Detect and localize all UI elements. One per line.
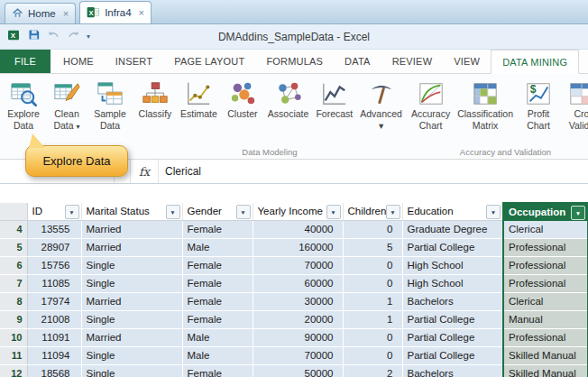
cell[interactable]: Bachelors — [402, 364, 503, 377]
cell[interactable]: Partial College — [402, 238, 503, 256]
cell[interactable]: 11085 — [27, 274, 81, 292]
cell[interactable]: 160000 — [253, 238, 343, 256]
profit-chart-button[interactable]: $ Profit Chart — [517, 76, 560, 143]
cell[interactable]: Male — [182, 328, 253, 346]
cell[interactable]: Married — [81, 238, 182, 256]
cell[interactable]: 70000 — [253, 346, 343, 364]
cell[interactable]: 2 — [343, 364, 402, 377]
cell[interactable]: 0 — [343, 220, 402, 238]
filter-icon[interactable]: ▼ — [571, 206, 585, 220]
cell-active[interactable]: Clerical — [503, 220, 588, 238]
cell[interactable]: 1 — [343, 310, 402, 328]
ribbon-tab-page-layout[interactable]: PAGE LAYOUT — [163, 50, 255, 73]
cell[interactable]: 13555 — [27, 220, 81, 238]
cell[interactable]: High School — [402, 256, 503, 274]
close-icon[interactable]: × — [139, 8, 144, 18]
filter-icon[interactable]: ▼ — [326, 205, 341, 219]
column-header-gender[interactable]: Gender▼ — [182, 203, 253, 220]
column-header-marital-status[interactable]: Marital Status▼ — [81, 203, 182, 220]
cell[interactable]: 21008 — [27, 310, 81, 328]
cross-validation-button[interactable]: Cro Valida — [560, 76, 588, 143]
cell[interactable]: Professional — [503, 238, 588, 256]
cell[interactable]: Graduate Degree — [402, 220, 503, 238]
cell[interactable]: Professional — [503, 256, 588, 274]
ribbon-tab-review[interactable]: REVIEW — [381, 50, 444, 73]
estimate-button[interactable]: Estimate — [177, 76, 221, 143]
cell[interactable]: Male — [182, 238, 253, 256]
filter-icon[interactable]: ▼ — [236, 205, 251, 219]
cell[interactable]: Married — [81, 328, 182, 346]
cell[interactable]: Married — [81, 220, 182, 238]
row-header[interactable]: 12 — [0, 364, 27, 377]
cell[interactable]: 28907 — [27, 238, 81, 256]
cell[interactable]: 18568 — [27, 364, 81, 377]
cell[interactable]: Single — [81, 346, 182, 364]
row-header[interactable]: 6 — [0, 256, 27, 274]
cell[interactable]: 0 — [343, 328, 402, 346]
cell[interactable]: Male — [182, 346, 253, 364]
cell[interactable]: 60000 — [253, 274, 343, 292]
cell[interactable]: 0 — [343, 256, 402, 274]
cell[interactable]: 90000 — [253, 328, 343, 346]
cell[interactable]: 11094 — [27, 346, 81, 364]
forecast-button[interactable]: Forecast — [312, 76, 356, 143]
row-header[interactable]: 10 — [0, 328, 27, 346]
column-header-children[interactable]: Children▼ — [343, 203, 402, 220]
cell[interactable]: 11091 — [27, 328, 81, 346]
window-tab-infra4[interactable]: X Infra4 × — [79, 1, 152, 23]
row-header[interactable]: 11 — [0, 346, 27, 364]
window-tab-home[interactable]: Home × — [5, 3, 76, 23]
cell[interactable]: 50000 — [253, 364, 343, 377]
filter-icon[interactable]: ▼ — [486, 205, 501, 219]
ribbon-tab-insert[interactable]: INSERT — [105, 50, 163, 73]
cell[interactable]: 15756 — [27, 256, 81, 274]
cell[interactable]: Partial College — [402, 346, 503, 364]
column-header-occupation[interactable]: Occupation▼ — [503, 203, 588, 220]
cell[interactable]: Professional — [503, 274, 588, 292]
row-header[interactable]: 4 — [0, 220, 27, 238]
column-header-education[interactable]: Education▼ — [402, 203, 503, 220]
cell[interactable]: 20000 — [253, 310, 343, 328]
cell[interactable]: Single — [81, 256, 182, 274]
accuracy-chart-button[interactable]: Accuracy Chart — [408, 76, 454, 143]
cell[interactable]: Skilled Manual — [503, 364, 588, 377]
associate-button[interactable]: Associate — [264, 76, 313, 143]
classification-matrix-button[interactable]: Classification Matrix — [454, 76, 517, 143]
row-header[interactable]: 9 — [0, 310, 27, 328]
insert-function-button[interactable]: fx — [131, 160, 159, 183]
cell[interactable]: Female — [182, 256, 253, 274]
cell[interactable]: Single — [81, 274, 182, 292]
cell[interactable]: 0 — [343, 346, 402, 364]
sample-data-button[interactable]: Sample Data — [88, 76, 132, 143]
qat-dropdown-icon[interactable]: ▾ — [87, 32, 90, 41]
classify-button[interactable]: Classify — [133, 76, 177, 143]
cell[interactable]: Female — [182, 364, 253, 377]
ribbon-tab-data-mining[interactable]: DATA MINING — [491, 50, 579, 74]
cell[interactable]: 17974 — [27, 292, 81, 310]
ribbon-tab-view[interactable]: VIEW — [443, 50, 491, 73]
undo-icon[interactable] — [47, 28, 60, 45]
filter-icon[interactable]: ▼ — [386, 205, 400, 219]
advanced-button[interactable]: Advanced ▾ — [356, 76, 406, 143]
cell[interactable]: Married — [81, 292, 182, 310]
cluster-button[interactable]: Cluster — [221, 76, 264, 143]
cell[interactable]: Partial College — [402, 310, 503, 328]
cell[interactable]: Manual — [503, 310, 588, 328]
filter-icon[interactable]: ▼ — [166, 205, 180, 219]
ribbon-tab-data[interactable]: DATA — [334, 50, 381, 73]
column-header-yearly-income[interactable]: Yearly Income▼ — [253, 203, 343, 220]
formula-input[interactable]: Clerical — [159, 160, 588, 183]
row-header[interactable]: 7 — [0, 274, 27, 292]
cell[interactable]: Female — [182, 274, 253, 292]
ribbon-tab-formulas[interactable]: FORMULAS — [255, 50, 334, 73]
cell[interactable]: Single — [81, 310, 182, 328]
cell[interactable]: High School — [402, 274, 503, 292]
redo-icon[interactable] — [67, 28, 80, 45]
row-header[interactable]: 5 — [0, 238, 27, 256]
cell[interactable]: Skilled Manual — [503, 346, 588, 364]
close-icon[interactable]: × — [63, 9, 69, 19]
filter-icon[interactable]: ▼ — [65, 205, 79, 219]
ribbon-tab-home[interactable]: HOME — [52, 50, 105, 73]
cell[interactable]: Female — [182, 220, 253, 238]
cell[interactable]: 0 — [343, 274, 402, 292]
